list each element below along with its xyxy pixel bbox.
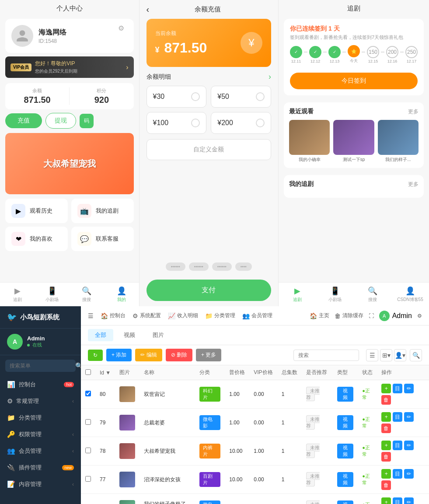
navbar-dashboard[interactable]: 🏠 控制台 <box>101 312 126 319</box>
action-view-77[interactable]: 目 <box>393 469 402 479</box>
action-view-80[interactable]: 目 <box>393 384 402 393</box>
vip-left: VIP会员 您好！尊敬的VIP 您的会员292天后到期 <box>10 60 77 74</box>
navbar-category-mgmt[interactable]: 📁 分类管理 <box>205 312 235 319</box>
action-edit-80[interactable]: ✏ <box>404 384 414 393</box>
recharge-button[interactable]: 充值 <box>5 113 42 128</box>
action-view-78[interactable]: 目 <box>393 441 402 450</box>
action-add-79[interactable]: + <box>381 412 391 422</box>
search-toggle-button[interactable]: 🔍 <box>410 349 422 361</box>
action-add-80[interactable]: + <box>381 384 391 393</box>
edit-button[interactable]: ✏ 编辑 <box>135 349 162 361</box>
menu-item-customer-service[interactable]: 💬 联系客服 <box>71 227 134 251</box>
qr-button[interactable]: 码 <box>80 114 94 128</box>
balance-detail-arrow-icon[interactable]: › <box>269 72 271 81</box>
back-button[interactable]: ‹ <box>146 4 150 14</box>
promo-banner[interactable]: 大叔希望宠我 <box>5 133 134 194</box>
row-type-79[interactable]: 视频 <box>337 415 354 430</box>
action-add-77[interactable]: + <box>381 469 391 479</box>
action-add-78[interactable]: + <box>381 441 391 450</box>
sidebar-item-plugins[interactable]: 🔌 插件管理 new <box>0 459 81 476</box>
vip-banner[interactable]: VIP会员 您好！尊敬的VIP 您的会员292天后到期 › <box>5 56 134 78</box>
navbar-member-mgmt[interactable]: 👥 会员管理 <box>242 312 272 319</box>
refresh-button[interactable]: ↻ <box>88 350 103 361</box>
action-add-76[interactable]: + <box>381 497 391 504</box>
payment-method-4[interactable]: •••• <box>235 262 252 271</box>
delete-button[interactable]: ⊘ 删除 <box>166 349 192 361</box>
row-checkbox-77[interactable] <box>85 476 91 482</box>
action-del-79[interactable]: 🗑 <box>381 424 391 433</box>
my-drama-more[interactable]: 更多 <box>408 181 419 188</box>
select-all-checkbox[interactable] <box>85 369 91 375</box>
table-search-input[interactable] <box>293 350 359 361</box>
col-id[interactable]: Id ▼ <box>95 365 115 380</box>
action-del-80[interactable]: 🗑 <box>381 395 391 405</box>
nav-item-user-right[interactable]: 👤 CSDN博客55 <box>391 283 429 306</box>
navbar-system-config[interactable]: ⚙ 系统配置 <box>133 312 161 319</box>
withdraw-button[interactable]: 提现 <box>45 113 76 129</box>
sidebar-item-plugins-left: 🔌 插件管理 <box>7 464 42 472</box>
action-del-77[interactable]: 🗑 <box>381 480 391 490</box>
row-type-78[interactable]: 视频 <box>337 444 354 458</box>
pay-button[interactable]: 支付 <box>146 280 272 301</box>
drama-item-3[interactable]: 我们的样子... <box>378 120 419 163</box>
drama-item-1[interactable]: 我的小确幸 <box>289 120 330 163</box>
payment-method-2[interactable]: •••••• <box>189 262 209 271</box>
sidebar-item-content[interactable]: 📝 内容管理 ‹ <box>0 476 81 493</box>
amount-option-50[interactable]: ¥50 <box>211 86 271 108</box>
amount-option-100[interactable]: ¥100 <box>146 112 207 134</box>
navbar-fullscreen[interactable]: ⛶ <box>369 313 374 319</box>
payment-method-1[interactable]: •••••• <box>166 262 185 271</box>
nav-item-mine[interactable]: 👤 我的 <box>104 283 139 306</box>
action-edit-78[interactable]: ✏ <box>404 441 414 450</box>
nav-item-search[interactable]: 🔍 搜搜 <box>70 283 104 306</box>
checkin-button[interactable]: 今日签到 <box>290 73 418 89</box>
row-checkbox-80[interactable] <box>85 391 91 396</box>
menu-item-watch-history[interactable]: ▶ 观看历史 <box>5 199 68 223</box>
add-button[interactable]: + 添加 <box>106 349 132 361</box>
user-view-button[interactable]: 👤▾ <box>394 349 406 361</box>
navbar-clear-cache[interactable]: 🗑 清除缓存 <box>335 312 363 319</box>
sidebar-search-input[interactable] <box>10 363 75 369</box>
action-edit-76[interactable]: ✏ <box>404 497 414 504</box>
sidebar-item-category[interactable]: 📁 分类管理 <box>0 410 81 426</box>
list-view-button[interactable]: ☰ <box>366 349 378 361</box>
row-checkbox-79[interactable] <box>85 419 91 425</box>
amount-option-200[interactable]: ¥200 <box>211 112 271 134</box>
navbar-menu-icon[interactable]: ☰ <box>88 312 94 319</box>
grid-view-button[interactable]: ⊞▾ <box>380 349 392 361</box>
action-view-76[interactable]: 目 <box>393 497 402 504</box>
sidebar-item-dashboard[interactable]: 📊 控制台 hot <box>0 376 81 393</box>
action-edit-79[interactable]: ✏ <box>404 412 414 422</box>
tab-all[interactable]: 全部 <box>88 329 113 341</box>
payment-method-3[interactable]: •••••• <box>212 262 232 271</box>
action-view-79[interactable]: 目 <box>393 412 402 422</box>
custom-amount-input[interactable]: 自定义金额 <box>146 139 272 160</box>
row-type-76[interactable]: 视频 <box>337 500 354 504</box>
recent-watch-more[interactable]: 更多 <box>408 108 419 116</box>
tab-image[interactable]: 图片 <box>146 329 171 341</box>
navbar-more[interactable]: ⚙ <box>417 313 422 319</box>
settings-icon[interactable]: ⚙ <box>118 24 129 35</box>
row-checkbox-78[interactable] <box>85 448 91 453</box>
nav-item-drama-right[interactable]: ▶ 追剧 <box>279 283 316 306</box>
navbar-income[interactable]: 📈 收入明细 <box>168 312 198 319</box>
row-type-77[interactable]: 视频 <box>337 472 354 487</box>
nav-item-recommend-right[interactable]: 🔍 搜搜 <box>354 283 391 306</box>
nav-item-short-drama-right[interactable]: 📱 小剧场 <box>316 283 354 306</box>
sidebar-item-members[interactable]: 👥 会员管理 ‹ <box>0 443 81 459</box>
menu-item-my-drama[interactable]: 📺 我的追剧 <box>71 199 134 223</box>
sidebar-item-permissions[interactable]: 🔑 权限管理 ‹ <box>0 426 81 443</box>
nav-item-short-drama[interactable]: 📱 小剧场 <box>35 283 69 306</box>
amount-option-30[interactable]: ¥30 <box>146 86 207 108</box>
nav-item-drama[interactable]: ▶ 追剧 <box>0 283 35 306</box>
action-del-78[interactable]: 🗑 <box>381 452 391 462</box>
action-edit-77[interactable]: ✏ <box>404 469 414 479</box>
menu-item-my-favorites[interactable]: ❤ 我的喜欢 <box>5 227 68 251</box>
sidebar-item-general-left: ⚙ 常规管理 <box>7 397 39 405</box>
drama-item-2[interactable]: 测试一下sp <box>333 120 374 163</box>
more-button[interactable]: + 更多 <box>196 349 221 361</box>
navbar-home[interactable]: 🏠 主页 <box>310 312 329 319</box>
row-type-80[interactable]: 视频 <box>337 387 354 402</box>
sidebar-item-general[interactable]: ⚙ 常规管理 ‹ <box>0 393 81 410</box>
tab-video[interactable]: 视频 <box>117 329 142 341</box>
